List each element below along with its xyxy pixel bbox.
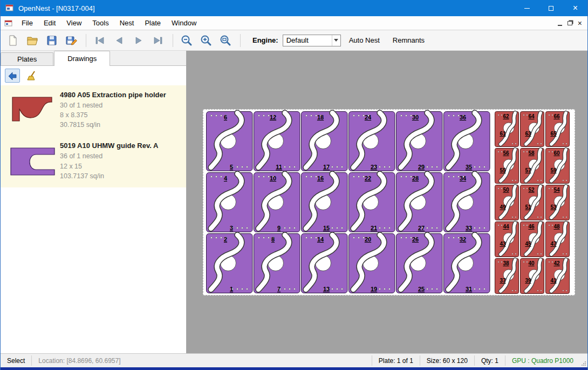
part-number[interactable]: 15: [323, 225, 330, 231]
nested-pair-red[interactable]: 6261: [495, 112, 519, 147]
part-number[interactable]: 17: [323, 164, 330, 170]
save-as-button[interactable]: [63, 32, 79, 49]
part-number[interactable]: 61: [500, 131, 506, 137]
part-number[interactable]: 40: [528, 260, 535, 266]
nested-pair-purple[interactable]: 87: [254, 234, 300, 293]
resize-grip[interactable]: [580, 354, 587, 367]
nested-pair-purple[interactable]: 1615: [302, 173, 348, 232]
nested-pair-red[interactable]: 5453: [546, 185, 570, 220]
drawing-item-4980[interactable]: 4980 A05 Extraction pipe holder 30 of 1 …: [1, 85, 186, 136]
part-number[interactable]: 39: [525, 278, 531, 284]
part-number[interactable]: 5: [230, 164, 233, 170]
part-number[interactable]: 50: [503, 187, 509, 193]
part-number[interactable]: 55: [500, 167, 506, 173]
part-number[interactable]: 34: [460, 175, 467, 181]
part-number[interactable]: 51: [525, 204, 531, 210]
part-number[interactable]: 64: [528, 113, 535, 119]
part-number[interactable]: 14: [317, 236, 324, 243]
part-number[interactable]: 21: [371, 225, 377, 231]
part-number[interactable]: 53: [550, 204, 557, 210]
part-number[interactable]: 35: [466, 164, 472, 170]
nested-pair-purple[interactable]: 3231: [444, 234, 490, 293]
part-number[interactable]: 11: [276, 164, 282, 170]
nested-pair-red[interactable]: 6059: [546, 149, 570, 184]
nested-pair-red[interactable]: 5049: [495, 185, 519, 220]
part-number[interactable]: 22: [365, 175, 371, 181]
part-number[interactable]: 36: [460, 114, 466, 120]
part-number[interactable]: 58: [528, 150, 535, 156]
part-number[interactable]: 38: [503, 260, 509, 266]
nested-pair-purple[interactable]: 3635: [444, 112, 490, 171]
part-number[interactable]: 2: [224, 236, 227, 243]
part-number[interactable]: 4: [224, 175, 228, 181]
part-number[interactable]: 24: [365, 114, 372, 120]
nested-pair-purple[interactable]: 1817: [302, 112, 348, 171]
first-plate-button[interactable]: [92, 32, 108, 49]
part-number[interactable]: 20: [365, 236, 371, 243]
nested-pair-purple[interactable]: 2827: [396, 173, 443, 232]
nested-pair-purple[interactable]: 21: [207, 234, 253, 293]
part-number[interactable]: 26: [412, 236, 419, 243]
part-number[interactable]: 45: [525, 241, 531, 247]
nested-pair-purple[interactable]: 3433: [444, 173, 490, 232]
nested-pair-purple[interactable]: 109: [254, 173, 300, 232]
nested-pair-purple[interactable]: 1413: [302, 234, 348, 293]
part-number[interactable]: 32: [460, 236, 466, 243]
part-number[interactable]: 27: [418, 225, 425, 231]
part-number[interactable]: 29: [418, 164, 425, 170]
part-number[interactable]: 46: [528, 224, 535, 230]
part-number[interactable]: 41: [550, 278, 557, 284]
menu-view[interactable]: View: [61, 16, 87, 30]
auto-nest-button[interactable]: Auto Nest: [344, 33, 385, 48]
remnants-button[interactable]: Remnants: [388, 33, 429, 48]
part-number[interactable]: 57: [525, 167, 531, 173]
part-number[interactable]: 16: [317, 175, 324, 181]
last-plate-button[interactable]: [150, 32, 166, 49]
nested-pair-purple[interactable]: 2019: [349, 234, 395, 293]
nested-pair-purple[interactable]: 2625: [396, 234, 443, 293]
close-button[interactable]: ×: [563, 0, 587, 16]
part-number[interactable]: 9: [277, 225, 281, 231]
save-button[interactable]: [44, 32, 60, 49]
part-number[interactable]: 19: [371, 286, 377, 292]
part-number[interactable]: 1: [230, 286, 233, 292]
nested-pair-purple[interactable]: 2221: [349, 173, 395, 232]
maximize-button[interactable]: [539, 0, 563, 16]
part-number[interactable]: 42: [553, 260, 560, 266]
new-button[interactable]: [5, 32, 21, 49]
combo-dropdown-arrow[interactable]: [332, 35, 340, 46]
menu-nest[interactable]: Nest: [114, 16, 140, 30]
nested-pair-red[interactable]: 5251: [521, 185, 544, 220]
mdi-document-icon[interactable]: [4, 19, 13, 28]
drawing-item-5019[interactable]: 5019 A10 UHMW guide Rev. A 36 of 1 neste…: [1, 136, 186, 187]
nested-pair-red[interactable]: 4443: [495, 222, 519, 257]
part-number[interactable]: 18: [317, 114, 324, 120]
nested-pair-purple[interactable]: 2423: [349, 112, 395, 171]
engine-select[interactable]: Default: [283, 35, 341, 46]
nested-pair-purple[interactable]: 3029: [396, 112, 443, 171]
minimize-button[interactable]: [515, 0, 539, 16]
nested-pair-red[interactable]: 6665: [546, 112, 570, 147]
nested-pair-purple[interactable]: 1211: [254, 112, 300, 171]
menu-plate[interactable]: Plate: [139, 16, 166, 30]
part-number[interactable]: 54: [553, 187, 560, 193]
part-number[interactable]: 8: [271, 236, 275, 243]
part-number[interactable]: 52: [528, 187, 535, 193]
part-number[interactable]: 13: [323, 286, 330, 292]
zoom-in-button[interactable]: [198, 32, 214, 49]
zoom-out-button[interactable]: [179, 32, 195, 49]
menu-tools[interactable]: Tools: [87, 16, 114, 30]
part-number[interactable]: 6: [224, 114, 227, 120]
nested-pair-red[interactable]: 4847: [546, 222, 570, 257]
nested-pair-red[interactable]: 6463: [521, 112, 544, 147]
menu-file[interactable]: File: [16, 16, 38, 30]
plate[interactable]: 6512111817242330293635431091615222128273…: [203, 109, 575, 295]
swap-drawing-button[interactable]: [5, 69, 20, 83]
part-number[interactable]: 48: [553, 224, 560, 230]
part-number[interactable]: 28: [412, 175, 419, 181]
mdi-minimize-icon[interactable]: [558, 25, 562, 26]
menu-edit[interactable]: Edit: [38, 16, 61, 30]
part-number[interactable]: 44: [503, 224, 509, 230]
clean-button[interactable]: [24, 69, 39, 83]
tab-plates[interactable]: Plates: [1, 52, 53, 65]
